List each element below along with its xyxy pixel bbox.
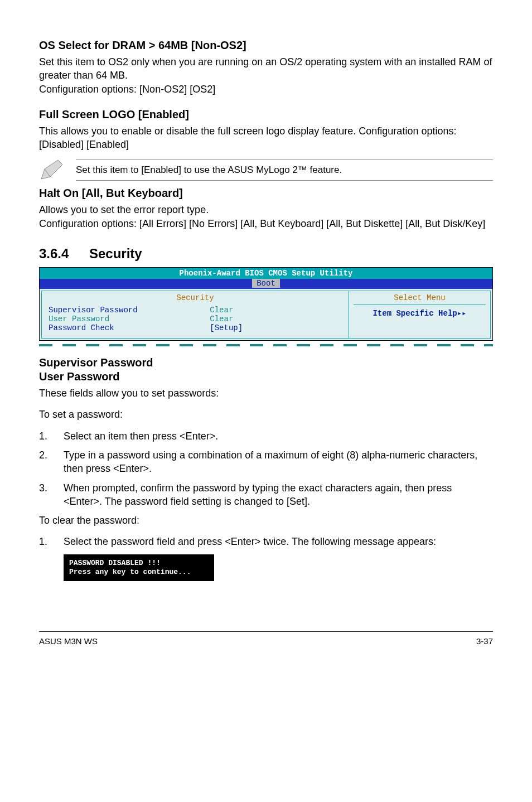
- heading-text: Security: [89, 246, 142, 261]
- bios-label: User Password: [49, 315, 210, 323]
- ordered-list-clear-password: 1. Select the password field and press <…: [39, 535, 493, 548]
- dotted-separator: [39, 344, 493, 346]
- list-text: When prompted, confirm the password by t…: [64, 481, 493, 509]
- bios-screenshot: Phoenix-Award BIOS CMOS Setup Utility Bo…: [39, 267, 493, 341]
- footer-right: 3-37: [476, 636, 493, 646]
- list-number: 3.: [39, 481, 54, 509]
- password-disabled-box: PASSWORD DISABLED !!! Press any key to c…: [64, 554, 214, 582]
- text-line: Allows you to set the error report type.: [39, 204, 209, 215]
- section-heading-os-select: OS Select for DRAM > 64MB [Non-OS2]: [39, 39, 493, 52]
- list-item: 1. Select an item then press <Enter>.: [39, 429, 493, 443]
- bios-right-title: Select Menu: [354, 293, 486, 305]
- text-line: Configuration options: [Non-OS2] [OS2]: [39, 84, 215, 95]
- list-item: 1. Select the password field and press <…: [39, 535, 493, 548]
- body-text: This allows you to enable or disable the…: [39, 124, 493, 152]
- body-text: To set a password:: [39, 408, 493, 421]
- section-heading-user-password: User Password: [39, 370, 493, 383]
- body-text: Allows you to set the error report type.…: [39, 203, 493, 230]
- bios-menu-bar: Boot: [40, 279, 492, 289]
- section-heading-halt-on: Halt On [All, But Keyboard]: [39, 187, 493, 200]
- text-line: Configuration options: [All Errors] [No …: [39, 218, 485, 229]
- body-text: To clear the password:: [39, 514, 493, 527]
- bios-value: Clear: [210, 306, 342, 315]
- box-line: Press any key to continue...: [69, 568, 209, 577]
- list-text: Type in a password using a combination o…: [64, 448, 493, 476]
- bios-right-pane: Select Menu Item Specific Help▸▸: [349, 291, 491, 339]
- note-text: Set this item to [Enabled] to use the AS…: [76, 160, 493, 181]
- section-heading-supervisor-password: Supervisor Password: [39, 356, 493, 369]
- table-row: Password Check [Setup]: [49, 323, 342, 332]
- list-item: 3. When prompted, confirm the password b…: [39, 481, 493, 509]
- body-text: These fields allow you to set passwords:: [39, 386, 493, 400]
- list-text: Select the password field and press <Ent…: [64, 535, 493, 548]
- table-row: User Password Clear: [49, 315, 342, 323]
- bios-left-title: Security: [49, 293, 342, 302]
- table-row: Supervisor Password Clear: [49, 306, 342, 315]
- section-heading-full-screen-logo: Full Screen LOGO [Enabled]: [39, 108, 493, 121]
- bios-title-bar: Phoenix-Award BIOS CMOS Setup Utility: [40, 268, 492, 279]
- footer-left: ASUS M3N WS: [39, 636, 98, 646]
- note-callout: Set this item to [Enabled] to use the AS…: [39, 159, 493, 181]
- bios-menu-tab-boot: Boot: [252, 279, 280, 288]
- list-number: 1.: [39, 535, 54, 548]
- subsection-heading-security: 3.6.4Security: [39, 246, 493, 262]
- bios-left-pane: Security Supervisor Password Clear User …: [41, 291, 349, 339]
- list-number: 2.: [39, 448, 54, 476]
- pencil-note-icon: [39, 159, 66, 181]
- heading-number: 3.6.4: [39, 246, 89, 262]
- list-item: 2. Type in a password using a combinatio…: [39, 448, 493, 476]
- bios-value: Clear: [210, 315, 342, 323]
- bios-value: [Setup]: [210, 323, 243, 332]
- bios-settings-table: Supervisor Password Clear User Password …: [49, 306, 342, 332]
- list-text: Select an item then press <Enter>.: [64, 429, 493, 443]
- list-number: 1.: [39, 429, 54, 443]
- ordered-list-set-password: 1. Select an item then press <Enter>. 2.…: [39, 429, 493, 508]
- box-line: PASSWORD DISABLED !!!: [69, 559, 209, 568]
- body-text: Set this item to OS2 only when you are r…: [39, 55, 493, 96]
- bios-right-help: Item Specific Help▸▸: [354, 308, 486, 318]
- bios-label: Supervisor Password: [49, 306, 138, 315]
- bios-label: Password Check: [49, 323, 114, 332]
- svg-marker-0: [41, 160, 62, 179]
- text-line: Set this item to OS2 only when you are r…: [39, 56, 492, 81]
- page-footer: ASUS M3N WS 3-37: [39, 631, 493, 646]
